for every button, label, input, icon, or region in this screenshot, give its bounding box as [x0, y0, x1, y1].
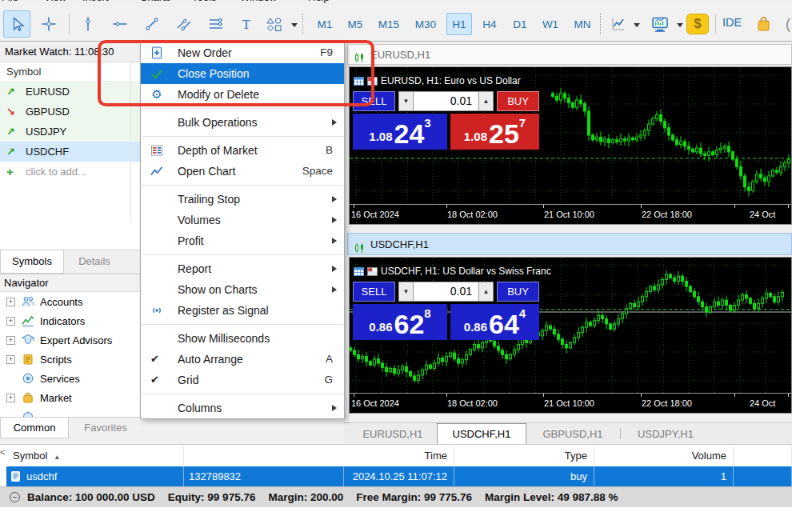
cursor-icon[interactable]	[3, 10, 30, 38]
horizontal-line-icon[interactable]	[106, 10, 134, 38]
column-header-time[interactable]: Time	[344, 446, 454, 466]
dollar-icon[interactable]: $	[686, 14, 709, 34]
text-icon[interactable]: T	[233, 10, 260, 38]
column-header-volume[interactable]: Volume	[594, 446, 734, 466]
volume-decrease-button[interactable]: ▼	[398, 282, 414, 302]
chart-style-dropdown-caret[interactable]	[677, 23, 683, 27]
timeframe-m30[interactable]: M30	[410, 13, 442, 35]
expand-box[interactable]: +	[6, 317, 15, 326]
menubar-item-insert[interactable]: Insert	[82, 0, 109, 3]
expand-box[interactable]: +	[6, 355, 15, 364]
sell-button[interactable]: SELL	[353, 282, 395, 302]
volume-increase-button[interactable]: ▲	[478, 91, 494, 111]
menu-item-register-as-signal[interactable]: Register as Signal	[141, 300, 344, 321]
timeframe-m1[interactable]: M1	[312, 13, 338, 35]
menu-item-report[interactable]: Report	[141, 258, 344, 279]
volume-input[interactable]: 0.01	[414, 282, 478, 302]
menu-item-show-on-charts[interactable]: Show on Charts	[141, 279, 344, 300]
chart-eurusd[interactable]: 16 Oct 202418 Oct 02:0021 Oct 10:0022 Oc…	[349, 66, 792, 225]
vertical-line-icon[interactable]	[74, 10, 102, 38]
tab-favorites[interactable]: Favorites	[72, 418, 139, 438]
chart-tab-usdjpy-h1[interactable]: USDJPY,H1	[624, 424, 707, 445]
timeframe-mn[interactable]: MN	[568, 13, 597, 35]
chart-tab-eurusd-h1[interactable]: EURUSD,H1	[350, 424, 435, 445]
timeframe-w1[interactable]: W1	[538, 13, 563, 35]
arrow-up-icon: ↗	[6, 122, 21, 142]
sell-price-display[interactable]: 1.08243	[353, 114, 447, 150]
arrow-up-icon: ↗	[6, 142, 21, 162]
cell-symbol: usdchf	[6, 466, 184, 487]
menubar-item-file[interactable]: File	[2, 0, 18, 3]
crosshair-icon[interactable]	[35, 10, 62, 38]
chart-tab-usdchf-h1[interactable]: USDCHF,H1	[437, 423, 526, 445]
shapes-icon[interactable]	[261, 10, 288, 38]
buy-price-display[interactable]: 1.08257	[450, 114, 539, 150]
menu-item-label: Show Milliseconds	[178, 328, 270, 349]
expand-box[interactable]: +	[6, 336, 15, 345]
timeframe-h4[interactable]: H4	[477, 13, 502, 35]
timeframe-h1[interactable]: H1	[446, 13, 472, 35]
ide-button[interactable]: IDE	[722, 16, 742, 29]
column-header-symbol[interactable]: Symbol▲	[6, 446, 184, 466]
channel-icon[interactable]	[170, 10, 198, 38]
symbol-label: USDCHF	[26, 142, 69, 162]
expand-box[interactable]: +	[6, 298, 15, 306]
sell-price-display[interactable]: 0.86628	[353, 304, 447, 340]
position-doc-icon	[11, 468, 20, 478]
line-chart-icon[interactable]	[606, 10, 630, 38]
shapes-dropdown-caret[interactable]	[291, 23, 298, 27]
chart-tab-gbpusd-h1[interactable]: GBPUSD,H1	[530, 424, 616, 445]
tab-symbols[interactable]: Symbols	[0, 250, 64, 274]
cell-ticket: 132789832	[184, 466, 344, 487]
menu-item-profit[interactable]: Profit	[141, 230, 344, 251]
menu-bar[interactable]: FileViewInsertChartsToolsWindowHelp	[0, 0, 792, 6]
tab-details[interactable]: Details	[67, 250, 122, 274]
shopping-bag-icon[interactable]	[752, 10, 776, 38]
position-row[interactable]: usdchf1327898322024.10.25 11:07:12buy1	[6, 466, 792, 487]
menu-item-open-chart[interactable]: Open ChartSpace	[141, 161, 344, 182]
volume-increase-button[interactable]: ▲	[478, 282, 494, 302]
equidistant-lines-icon[interactable]	[202, 10, 230, 38]
menubar-item-tools[interactable]: Tools	[192, 0, 216, 3]
timeframe-m15[interactable]: M15	[373, 13, 405, 35]
menu-item-depth-of-market[interactable]: Depth of MarketB	[141, 140, 344, 161]
toolbar-separator	[715, 14, 716, 34]
timeframe-m5[interactable]: M5	[342, 13, 368, 35]
volume-input[interactable]: 0.01	[414, 91, 478, 111]
chart-window-caption-eurusd[interactable]: EURUSD,H1	[347, 44, 792, 65]
time-label: 16 Oct 2024	[351, 210, 399, 219]
status-segment: Margin Level: 49 987.88 %	[485, 491, 618, 503]
dom-mini-icon	[354, 267, 364, 276]
menu-item-label: Register as Signal	[178, 300, 269, 321]
menu-item-volumes[interactable]: Volumes	[141, 210, 344, 230]
expand-box[interactable]: +	[6, 394, 15, 402]
volume-decrease-button[interactable]: ▼	[398, 91, 414, 111]
menu-item-grid[interactable]: ✔GridG	[141, 370, 344, 390]
menubar-item-window[interactable]: Window	[240, 0, 277, 3]
buy-button[interactable]: BUY	[497, 282, 539, 302]
minus-circle-icon[interactable]: −	[10, 492, 20, 502]
axis-tick	[788, 394, 789, 397]
buy-button[interactable]: BUY	[497, 91, 539, 111]
menubar-item-help[interactable]: Help	[308, 0, 330, 3]
axis-tick	[446, 394, 447, 397]
menu-item-trailing-stop[interactable]: Trailing Stop	[141, 189, 344, 210]
tab-common[interactable]: Common	[0, 418, 69, 438]
submenu-arrow-icon	[332, 266, 337, 272]
trendline-icon[interactable]	[138, 10, 166, 38]
time-label: 24 Oct	[750, 398, 775, 408]
chart-usdchf[interactable]: 16 Oct 202418 Oct 02:0021 Oct 10:0022 Oc…	[349, 257, 792, 414]
menu-item-auto-arrange[interactable]: ✔Auto ArrangeA	[141, 349, 344, 370]
menubar-item-charts[interactable]: Charts	[140, 0, 170, 3]
menu-item-bulk-operations[interactable]: Bulk Operations	[141, 112, 344, 133]
chart-window-caption-usdchf[interactable]: USDCHF,H1	[347, 233, 792, 255]
column-header-type[interactable]: Type	[454, 446, 594, 466]
cell-type: buy	[454, 466, 594, 487]
menubar-item-view[interactable]: View	[44, 0, 66, 3]
timeframe-d1[interactable]: D1	[507, 13, 533, 35]
buy-price-display[interactable]: 0.86644	[450, 304, 539, 340]
line-chart-dropdown-caret[interactable]	[634, 23, 640, 27]
menu-item-show-milliseconds[interactable]: Show Milliseconds	[141, 328, 344, 349]
menu-item-columns[interactable]: Columns	[141, 398, 344, 418]
chart-style-icon[interactable]	[646, 10, 674, 38]
